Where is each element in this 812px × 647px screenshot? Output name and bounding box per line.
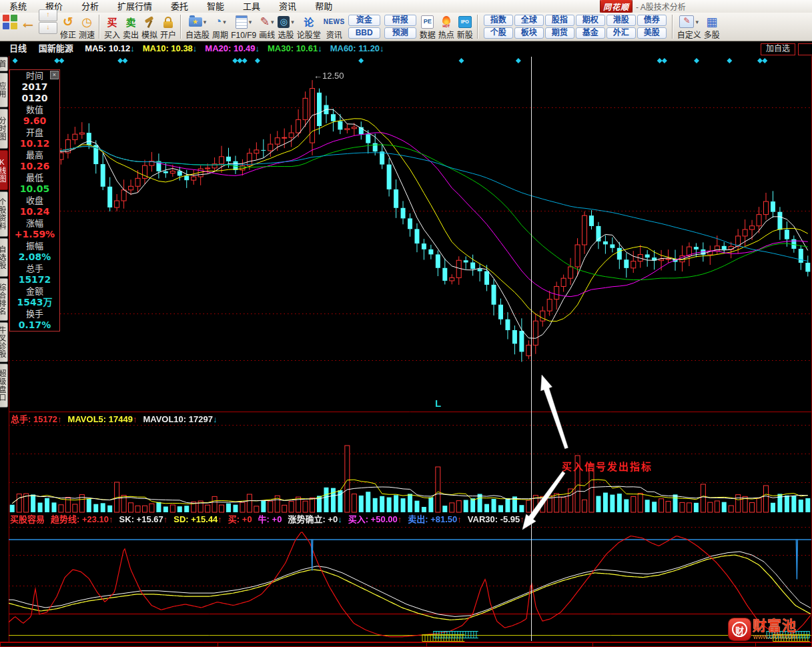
cfchi-site: www.cfchi.com [753,633,797,640]
cfchi-name: 财富池 [753,618,797,633]
annotation-arrows [0,0,812,647]
application-window: 系统报价分析扩展行情委托智能工具资讯帮助 同花顺 - A股技术分析 ←↑↓↺修正… [0,0,812,647]
arrow-up-icon [541,375,568,449]
cfchi-icon: 财 [729,618,751,640]
arrow-down-icon [522,472,565,530]
cfchi-logo: 财 财富池 www.cfchi.com [729,618,797,640]
